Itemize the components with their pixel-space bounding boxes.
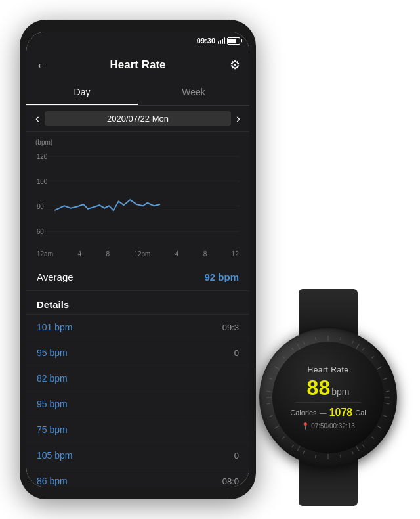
- page-title: Heart Rate: [110, 58, 165, 72]
- table-row: 95 bpm 0: [26, 340, 249, 366]
- battery-icon: [227, 37, 240, 45]
- table-row: 95 bpm: [26, 392, 249, 417]
- svg-line-16: [387, 391, 390, 392]
- location-pin-icon: 📍: [301, 422, 309, 430]
- watch-screen: Heart Rate 88 bpm Calories — 1078 Cal 📍: [272, 342, 384, 453]
- watch-location-row: 📍 07:50/00:32:13: [301, 422, 355, 430]
- chart-x-label-6: 12: [232, 250, 239, 258]
- watch-calories-row: Calories — 1078 Cal: [290, 407, 366, 418]
- chart-x-label-2: 8: [106, 250, 110, 258]
- svg-line-19: [384, 416, 387, 417]
- watch-bezel: Heart Rate 88 bpm Calories — 1078 Cal 📍: [259, 328, 397, 466]
- svg-line-18: [387, 403, 390, 404]
- watch-calories-value: 1078: [329, 407, 353, 418]
- svg-line-34: [267, 403, 270, 404]
- status-time: 09:30: [197, 37, 215, 45]
- svg-line-41: [297, 344, 300, 349]
- watch-bpm-unit: bpm: [331, 386, 349, 397]
- svg-line-25: [341, 455, 341, 458]
- svg-line-12: [362, 348, 364, 350]
- watch-case: Heart Rate 88 bpm Calories — 1078 Cal 📍: [259, 328, 397, 466]
- watch-calories-unit: Cal: [355, 409, 366, 417]
- table-row: 86 bpm 08:0: [26, 468, 249, 487]
- watch-calories-label: Calories: [290, 409, 316, 417]
- svg-line-10: [352, 341, 353, 344]
- table-row: 75 bpm: [26, 417, 249, 443]
- signal-bars-icon: [218, 37, 225, 44]
- tab-day[interactable]: Day: [26, 80, 138, 105]
- svg-text:60: 60: [37, 227, 44, 235]
- svg-line-11: [356, 344, 359, 349]
- chart-x-label-3: 12pm: [134, 250, 150, 258]
- svg-line-33: [270, 416, 273, 417]
- table-row: 105 bpm 0: [26, 443, 249, 468]
- detail-time: 0: [234, 451, 239, 461]
- settings-button[interactable]: ⚙: [230, 58, 240, 72]
- date-nav: ‹ 2020/07/22 Mon ›: [26, 106, 249, 132]
- tab-week[interactable]: Week: [138, 80, 249, 105]
- svg-line-30: [292, 445, 294, 447]
- average-label: Average: [37, 271, 74, 282]
- detail-bpm: 95 bpm: [37, 348, 68, 358]
- svg-line-24: [352, 451, 353, 454]
- detail-bpm: 101 bpm: [37, 322, 72, 332]
- app-header: ← Heart Rate ⚙: [26, 50, 249, 80]
- stats-area: Average 92 bpm Details 101 bpm 09:3 95 b…: [26, 263, 249, 487]
- heart-rate-chart: 120 100 80 60: [35, 141, 240, 246]
- svg-line-40: [292, 348, 294, 350]
- prev-date-button[interactable]: ‹: [35, 112, 39, 125]
- watch-title: Heart Rate: [307, 365, 348, 374]
- phone-screen: 09:30 ← Heart Rate ⚙: [26, 32, 249, 487]
- next-date-button[interactable]: ›: [236, 112, 240, 125]
- svg-line-23: [356, 446, 359, 451]
- chart-x-label-1: 4: [77, 250, 81, 258]
- detail-time: 09:3: [222, 323, 239, 332]
- detail-bpm: 95 bpm: [37, 399, 68, 409]
- date-label: 2020/07/22 Mon: [45, 111, 231, 126]
- chart-x-label-5: 8: [203, 250, 207, 258]
- svg-line-43: [315, 337, 316, 340]
- svg-text:100: 100: [37, 177, 47, 185]
- table-row: 82 bpm: [26, 366, 249, 392]
- svg-line-36: [267, 391, 270, 392]
- svg-line-32: [275, 426, 280, 428]
- detail-bpm: 105 bpm: [37, 450, 72, 461]
- scene: 09:30 ← Heart Rate ⚙: [0, 0, 420, 519]
- detail-bpm: 86 bpm: [37, 476, 68, 486]
- average-value: 92 bpm: [204, 271, 239, 282]
- chart-y-label: (bpm): [35, 139, 52, 146]
- svg-text:120: 120: [37, 152, 47, 161]
- tabs: Day Week: [26, 80, 249, 106]
- detail-time: 08:0: [222, 476, 239, 486]
- chart-area: (bpm) 120 100 80 60 12am: [26, 132, 249, 263]
- chart-x-label-4: 4: [175, 250, 179, 258]
- svg-line-42: [303, 341, 304, 344]
- svg-line-14: [377, 367, 381, 369]
- svg-line-13: [371, 356, 374, 358]
- watch-calories-dash: —: [320, 409, 327, 417]
- svg-text:80: 80: [37, 202, 44, 210]
- svg-line-28: [303, 451, 304, 454]
- signal-icons: [218, 37, 240, 45]
- details-header: Details: [26, 291, 249, 315]
- svg-line-29: [297, 446, 300, 451]
- watch: Heart Rate 88 bpm Calories — 1078 Cal 📍: [243, 289, 413, 506]
- detail-time: 0: [234, 348, 239, 358]
- svg-line-15: [384, 378, 387, 380]
- svg-line-31: [282, 437, 285, 439]
- chart-x-labels: 12am 4 8 12pm 4 8 12: [35, 250, 240, 258]
- watch-divider: [295, 402, 361, 403]
- detail-bpm: 82 bpm: [37, 373, 68, 384]
- svg-line-9: [341, 337, 341, 340]
- chart-x-label-0: 12am: [37, 250, 53, 258]
- phone: 09:30 ← Heart Rate ⚙: [20, 20, 256, 499]
- svg-line-20: [377, 426, 381, 428]
- average-row: Average 92 bpm: [26, 263, 249, 291]
- svg-line-21: [371, 437, 374, 439]
- svg-line-37: [270, 378, 273, 380]
- svg-line-38: [275, 367, 280, 369]
- watch-bpm-value: 88: [307, 377, 331, 398]
- back-button[interactable]: ←: [35, 58, 55, 73]
- status-bar: 09:30: [26, 32, 249, 50]
- svg-line-22: [362, 445, 364, 447]
